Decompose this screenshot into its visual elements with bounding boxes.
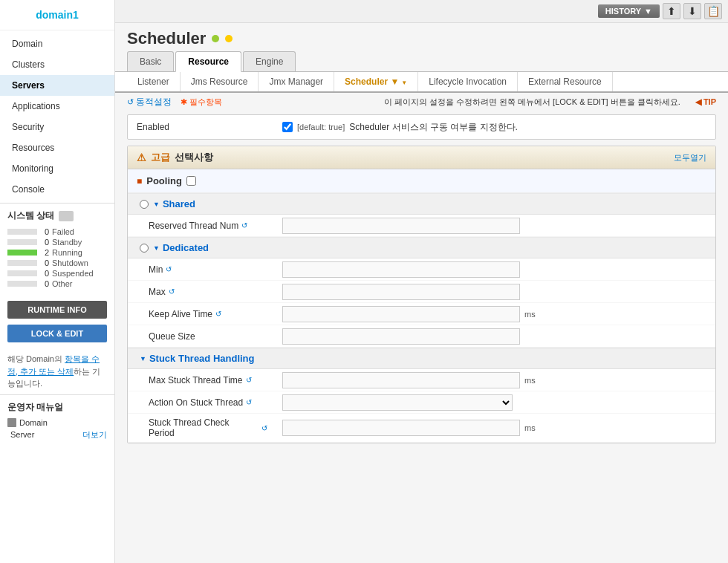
system-status: 시스템 상태 0 Failed 0 Standby 2 Running 0 (0, 203, 114, 295)
advanced-label: 선택사항 (175, 151, 213, 164)
stuck-thread-section: ▼ Stuck Thread Handling Max Stuck Thread… (128, 348, 715, 443)
subtab-lifecycle-invocation[interactable]: Lifecycle Invocation (418, 72, 518, 91)
subtab-listener[interactable]: Listener (127, 72, 181, 91)
stuck-thread-label[interactable]: ▼ Stuck Thread Handling (140, 353, 255, 364)
sidebar-item-clusters[interactable]: Clusters (0, 54, 114, 75)
sub-tabs: Listener Jms Resource Jmx Manager Schedu… (115, 72, 728, 93)
status-bar-running (7, 250, 37, 256)
enabled-checkbox[interactable] (282, 122, 293, 132)
shared-header: ▼ Shared (128, 193, 715, 215)
copy-icon-button[interactable]: 📋 (704, 3, 722, 19)
max-refresh-icon[interactable]: ↺ (169, 287, 175, 296)
tab-resource[interactable]: Resource (175, 51, 241, 72)
max-row: Max ↺ (128, 281, 715, 303)
enabled-row: Enabled [default: true] Scheduler 서비스의 구… (128, 115, 715, 139)
queue-size-row: Queue Size (128, 325, 715, 348)
upload-icon-button[interactable]: ⬆ (663, 3, 680, 19)
subtab-scheduler[interactable]: Scheduler ▼ (334, 72, 418, 91)
stuck-thread-check-period-input[interactable] (282, 420, 520, 436)
enabled-section: Enabled [default: true] Scheduler 서비스의 구… (127, 114, 716, 140)
ops-manual-more-link[interactable]: 더보기 (82, 429, 107, 440)
reserved-thread-num-refresh-icon[interactable]: ↺ (241, 221, 247, 230)
ops-manual: 운영자 매뉴얼 Domain Server 더보기 (0, 394, 114, 444)
page-title: Scheduler (127, 29, 206, 48)
max-stuck-thread-time-value: ms (276, 370, 715, 391)
dedicated-label[interactable]: ▼ Dedicated (153, 242, 209, 253)
sidebar-item-domain[interactable]: Domain (0, 33, 114, 54)
status-row-standby: 0 Standby (7, 237, 107, 247)
stuck-thread-check-period-unit: ms (524, 423, 536, 432)
lock-edit-button[interactable]: LOCK & EDIT (7, 325, 107, 342)
min-row: Min ↺ (128, 258, 715, 281)
stuck-thread-header: ▼ Stuck Thread Handling (128, 348, 715, 369)
main-content: HISTORY ▼ ⬆ ⬇ 📋 Scheduler Basic Resource… (115, 0, 728, 563)
warning-icon: ⚠ (137, 152, 146, 163)
shared-radio[interactable] (140, 200, 149, 209)
shared-label[interactable]: ▼ Shared (153, 198, 195, 209)
subtab-jms-resource[interactable]: Jms Resource (181, 72, 259, 91)
subtab-jmx-manager[interactable]: Jmx Manager (259, 72, 334, 91)
sidebar-item-console[interactable]: Console (0, 179, 114, 200)
sidebar-item-resources[interactable]: Resources (0, 137, 114, 158)
advanced-section: ⚠ 고급 선택사항 모두열기 ■ Pooling (127, 146, 716, 443)
max-stuck-thread-time-label: Max Stuck Thread Time ↺ (128, 371, 276, 389)
domain-info-link[interactable]: 항목을 수정, 추가 또는 삭제 (7, 354, 100, 376)
download-icon-button[interactable]: ⬇ (683, 3, 701, 19)
sidebar-item-servers[interactable]: Servers (0, 75, 114, 96)
status-row-other: 0 Other (7, 279, 107, 289)
shared-arrow: ▼ (153, 201, 160, 208)
ops-manual-title: 운영자 매뉴얼 (7, 401, 107, 414)
subtab-external-resource[interactable]: External Resource (518, 72, 613, 91)
status-toggle-icon[interactable] (59, 211, 74, 221)
status-bar-standby (7, 239, 37, 245)
action-on-stuck-thread-refresh-icon[interactable]: ↺ (246, 398, 252, 406)
enabled-value: [default: true] Scheduler 서비스의 구동 여부를 지정… (276, 118, 715, 137)
enabled-default: [default: true] (297, 123, 345, 131)
max-stuck-thread-time-input[interactable] (282, 372, 520, 388)
collapse-all-link[interactable]: 모두열기 (674, 152, 706, 163)
dedicated-radio[interactable] (140, 244, 149, 253)
sidebar-item-applications[interactable]: Applications (0, 96, 114, 117)
min-label: Min ↺ (128, 261, 276, 279)
status-bar-shutdown (7, 260, 37, 266)
history-button[interactable]: HISTORY ▼ (598, 4, 660, 18)
pooling-checkbox[interactable] (186, 176, 196, 186)
max-stuck-thread-time-refresh-icon[interactable]: ↺ (246, 376, 252, 384)
reserved-thread-num-input[interactable] (282, 218, 520, 234)
tab-engine[interactable]: Engine (243, 51, 296, 71)
ops-manual-item-domain: Domain (7, 417, 107, 429)
status-row-running: 2 Running (7, 247, 107, 258)
keep-alive-label: Keep Alive Time ↺ (128, 305, 276, 323)
stuck-thread-check-period-refresh-icon[interactable]: ↺ (261, 424, 267, 432)
action-on-stuck-thread-select[interactable] (282, 394, 513, 411)
queue-size-input[interactable] (282, 328, 520, 345)
status-row-failed: 0 Failed (7, 227, 107, 237)
sidebar-domain[interactable]: domain1 (0, 0, 114, 30)
min-input[interactable] (282, 261, 520, 278)
status-dot-green (212, 35, 219, 42)
sidebar-item-security[interactable]: Security (0, 117, 114, 137)
domain-icon (7, 418, 16, 427)
reserved-thread-num-label: Reserved Thread Num ↺ (128, 217, 276, 235)
sidebar-item-monitoring[interactable]: Monitoring (0, 158, 114, 179)
min-value (276, 259, 715, 280)
refresh-icon: ↺ (127, 97, 134, 107)
max-input[interactable] (282, 284, 520, 300)
dynamic-settings-link[interactable]: ↺ 동적설정 (127, 96, 172, 108)
runtime-info-button[interactable]: RUNTIME INFO (7, 301, 107, 319)
tab-basic[interactable]: Basic (127, 51, 174, 71)
sidebar: domain1 Domain Clusters Servers Applicat… (0, 0, 115, 563)
system-status-title: 시스템 상태 (7, 209, 107, 222)
advanced-header: ⚠ 고급 선택사항 모두열기 (128, 146, 715, 169)
enabled-label: Enabled (128, 117, 276, 137)
keep-alive-input[interactable] (282, 306, 520, 322)
ops-manual-item-server: Server 더보기 (7, 429, 107, 441)
stuck-thread-check-period-value: ms (276, 417, 715, 438)
tip-label: ◀ TIP (695, 97, 716, 107)
min-refresh-icon[interactable]: ↺ (166, 265, 172, 273)
max-value (276, 282, 715, 302)
status-row-shutdown: 0 Shutdown (7, 258, 107, 268)
keep-alive-refresh-icon[interactable]: ↺ (215, 310, 221, 318)
dedicated-section: ▼ Dedicated Min ↺ (128, 237, 715, 348)
info-message: 이 페이지의 설정을 수정하려면 왼쪽 메뉴에서 [LOCK & EDIT] 버… (384, 97, 680, 108)
